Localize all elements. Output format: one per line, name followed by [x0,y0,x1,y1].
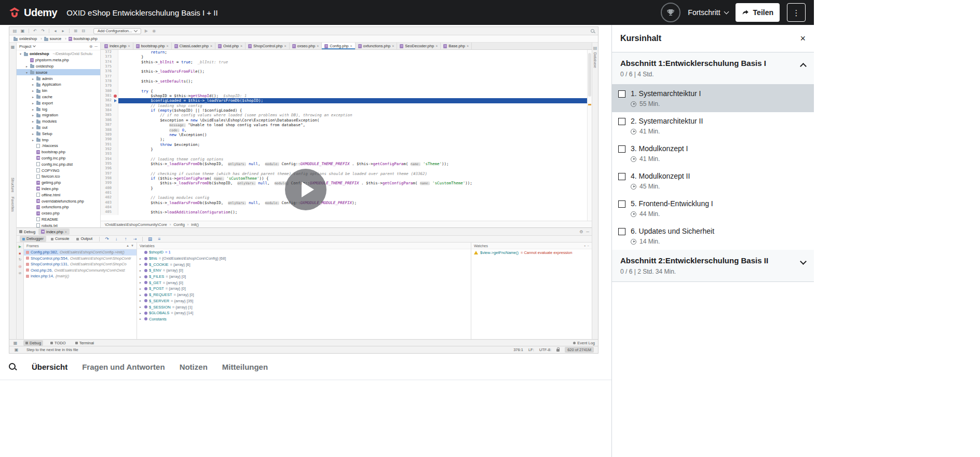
lecture-title: 5. Frontend-Entwicklung I [631,199,713,208]
file-type-icon [30,58,34,62]
file-type-icon [36,132,40,136]
variable-row: ▸ $_POST = {array} [0] [137,286,471,292]
udemy-logo[interactable]: Udemy [8,7,57,19]
progress-dropdown[interactable]: Fortschritt [688,8,728,17]
close-icon [65,230,67,234]
project-tool-icon: ▦ [10,45,16,49]
collapse-icon: ⊟ [80,29,86,33]
chevron-down-icon [724,9,729,14]
file-type-icon [30,71,34,74]
lecture-meta: 14 Min. [631,238,714,245]
lecture-item[interactable]: 5. Frontend-Entwicklung I 44 Min. [612,195,814,222]
file-type-icon [36,223,40,227]
project-panel-header: Project ⊕─ [17,43,100,50]
scrollbar-thumb [588,53,591,97]
step-out-icon: ↑ [122,236,129,241]
php-file-icon [41,230,45,234]
forward-icon: ▸ [60,29,66,33]
tree-arrow-icon: ▸ [31,119,35,123]
course-tab-bar: ÜbersichtFragen und AntwortenNotizenMitt… [0,354,611,380]
video-icon [631,156,636,162]
editor-tab: ShopControl.php [246,43,289,49]
lecture-checkbox[interactable] [618,145,625,153]
back-icon: ◂ [52,29,58,33]
search-icon[interactable] [8,362,17,371]
file-type-icon [69,37,72,41]
close-sidebar-button[interactable]: × [800,34,806,43]
project-tree-item: ▾ source [17,69,100,75]
lecture-checkbox[interactable] [618,173,625,180]
debugger-view-tab: Console [48,236,72,242]
section-meta: 0 / 6 | 4 Std. [620,71,766,78]
udemy-course-player: Udemy OXID eShop Entwicklerschulung Basi… [0,0,814,457]
variable-row: ▸ $this = {OxidEsales\Eshop\Core\Config}… [137,256,471,262]
kebab-menu-button[interactable]: ⋮ [787,3,806,22]
debug-tool-window: Debug index.php ⚙─ [17,227,592,339]
breadcrumb-segment: init() [191,222,199,227]
project-tree-item: ▸ cache [17,94,100,100]
share-button[interactable]: Teilen [736,3,780,22]
frames-panel: Frames ▲▼ Config.php:382, [24,243,137,339]
chevron-down-icon [33,44,36,47]
lecture-checkbox[interactable] [618,118,625,125]
debug-session-tab: index.php [38,228,70,235]
sidebar-title: Kursinhalt [620,34,661,43]
lecture-item[interactable]: 4. Modulkonzept II 45 Min. [612,167,814,195]
php-file-icon [218,44,222,48]
variable-row: ▸ Constants [137,316,471,322]
lecture-meta: 55 Min. [631,100,701,107]
lecture-checkbox[interactable] [618,90,625,98]
lecture-item[interactable]: 6. Updates und Sicherheit 14 Min. [612,222,814,250]
php-file-icon [292,44,296,48]
lecture-duration: 14 Min. [639,238,660,245]
frame-row: ShopControl.php:554, OxidEsales\Eshop\Co… [24,256,137,262]
section-header-1[interactable]: Abschnitt 1:Entwicklerschulung Basis I 0… [612,52,814,85]
search-everywhere-icon [590,29,595,34]
video-column: ▤ ▣ ↶ ↷ ◂ ▸ ⊞ ⊟ Add Configuration... ▶ ◉ [0,25,611,457]
step-over-icon: ↷ [104,236,110,241]
lecture-title: 2. Systemarchitektur II [631,117,703,125]
frame-row: Oxid.php:26, OxidEsales\EshopCommunity\C… [24,267,137,274]
brand-wordmark: Udemy [24,7,57,19]
php-file-icon [136,44,140,48]
video-icon [631,184,636,190]
lecture-item[interactable]: 2. Systemarchitektur II 41 Min. [612,112,814,140]
editor-area: index.php bootstrap.php [101,43,592,227]
close-icon [128,44,130,48]
php-file-icon [248,44,252,48]
play-button[interactable] [285,169,326,210]
lecture-title: 3. Modulkonzept I [631,144,688,153]
variable-icon [144,305,147,308]
course-tab[interactable]: Übersicht [32,362,67,371]
close-icon [467,44,469,48]
breadcrumb-segment: Config [173,222,191,227]
lecture-meta: 41 Min. [631,155,688,163]
expand-arrow-icon: ▸ [140,281,143,284]
lecture-checkbox[interactable] [618,228,625,235]
lecture-item[interactable]: 1. Systemarchteiktur I 55 Min. [612,85,814,112]
status-message: Step to the next line in this file [26,347,78,352]
add-watch-icon: + [584,244,586,247]
watches-panel-icons: +− [584,244,589,247]
course-tab[interactable]: Notizen [180,362,208,371]
variable-icon [144,287,147,290]
content-row: ▤ ▣ ↶ ↷ ◂ ▸ ⊞ ⊟ Add Configuration... ▶ ◉ [0,25,814,457]
variable-icon [144,263,147,266]
section-header-2[interactable]: Abschnitt 2:Entwicklerschulung Basis II … [612,250,814,282]
course-tab[interactable]: Fragen und Antworten [82,362,165,371]
video-player[interactable]: ▤ ▣ ↶ ↷ ◂ ▸ ⊞ ⊟ Add Configuration... ▶ ◉ [0,25,611,354]
progress-trophy-button[interactable] [661,3,680,22]
ide-toolbar: ▤ ▣ ↶ ↷ ◂ ▸ ⊞ ⊟ Add Configuration... ▶ ◉ [9,27,598,35]
expand-arrow-icon: ▸ [140,312,143,315]
lecture-item[interactable]: 3. Modulkonzept I 41 Min. [612,140,814,167]
close-icon [240,44,242,48]
toolbar-divider [49,29,49,33]
ide-navigation-bar: oxideshopsourcebootstrap.php [9,35,598,43]
course-tab[interactable]: Mitteilungen [222,362,268,371]
video-icon [631,239,636,245]
debugger-view-tab: Debugger [20,236,46,242]
lecture-checkbox[interactable] [618,200,625,208]
project-tree-item: ▸ migration [17,112,100,118]
memory-indicator: 620 of 2741M [565,347,594,353]
ide-left-stripe: ▦ Structure Favorites [9,43,17,339]
